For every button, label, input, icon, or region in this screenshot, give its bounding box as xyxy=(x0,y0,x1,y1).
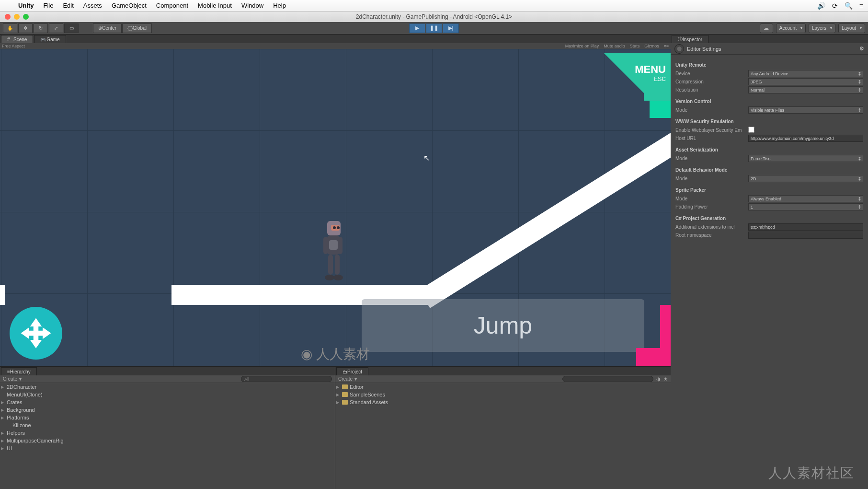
tab-scene[interactable]: #Scene xyxy=(1,35,33,43)
player-character xyxy=(319,221,347,283)
cloud-button[interactable]: ☁ xyxy=(760,23,773,33)
menu-component[interactable]: Component xyxy=(151,2,193,9)
prop-label: Enable Webplayer Security Em xyxy=(675,128,748,133)
favorite-icon[interactable]: ★ xyxy=(663,376,668,382)
game-viewport[interactable]: MENUESC Jump ↖ ◉ 人人素材 xyxy=(0,49,671,366)
menu-help[interactable]: Help xyxy=(268,2,291,9)
namespace-input[interactable] xyxy=(748,232,863,239)
play-button[interactable]: ▶ xyxy=(409,23,425,33)
zoom-icon[interactable] xyxy=(23,14,29,20)
menu-badge[interactable]: MENUESC xyxy=(604,53,671,115)
resolution-dropdown[interactable]: Normal‡ xyxy=(748,86,863,93)
prop-label: Resolution xyxy=(675,87,748,93)
menu-window[interactable]: Window xyxy=(237,2,268,9)
mac-menubar: Unity File Edit Assets GameObject Compon… xyxy=(0,0,868,12)
svg-point-10 xyxy=(325,275,334,280)
prop-label: Additional extensions to incl xyxy=(675,224,748,230)
tab-hierarchy[interactable]: ≡ Hierarchy xyxy=(1,367,37,375)
menu-icon[interactable]: ≡ xyxy=(859,2,863,10)
hierarchy-item[interactable]: ▶Platforms xyxy=(0,414,335,421)
section-header: Asset Serialization xyxy=(675,147,863,152)
svg-rect-6 xyxy=(323,237,328,254)
scale-tool[interactable]: ⤢ xyxy=(49,23,63,33)
watermark-center: ◉ 人人素材 xyxy=(301,345,370,363)
project-panel: 🗀 Project Create ▾ ◑ ★ ▶Editor ▶SampleSc… xyxy=(335,367,671,489)
obstacle-block xyxy=(636,348,671,366)
hierarchy-item[interactable]: ▶Crates xyxy=(0,398,335,406)
sprite-mode-dropdown[interactable]: Always Enabled‡ xyxy=(748,195,863,202)
mute-toggle[interactable]: Mute audio xyxy=(604,44,625,48)
rotate-tool[interactable]: ↻ xyxy=(34,23,48,33)
prop-label: Compression xyxy=(675,79,748,84)
behavior-mode-dropdown[interactable]: 2D‡ xyxy=(748,175,863,182)
options-icon[interactable]: ▾≡ xyxy=(664,44,669,48)
device-dropdown[interactable]: Any Android Device‡ xyxy=(748,70,863,77)
prop-label: Mode xyxy=(675,196,748,201)
svg-point-2 xyxy=(333,226,336,229)
tab-inspector[interactable]: ⓘ Inspector xyxy=(672,35,708,43)
jump-button[interactable]: Jump xyxy=(362,299,644,352)
extensions-input[interactable] xyxy=(748,223,863,231)
hierarchy-item[interactable]: Killzone xyxy=(0,421,335,429)
pause-button[interactable]: ❚❚ xyxy=(426,23,442,33)
webplayer-checkbox[interactable] xyxy=(748,127,754,133)
tab-project[interactable]: 🗀 Project xyxy=(336,367,368,375)
hierarchy-create[interactable]: Create ▾ xyxy=(3,376,22,382)
unity-toolbar: ✋ ✥ ↻ ⤢ ▭ ⊕ Center ◯ Global ▶ ❚❚ ▶| ☁ Ac… xyxy=(0,22,868,35)
section-header: Version Control xyxy=(675,99,863,104)
section-header: Sprite Packer xyxy=(675,187,863,193)
project-search[interactable] xyxy=(562,376,653,382)
virtual-joystick[interactable] xyxy=(10,307,62,360)
hierarchy-panel: ≡ Hierarchy Create ▾ ▶2DCharacter MenuUI… xyxy=(0,367,335,489)
compression-dropdown[interactable]: JPEG‡ xyxy=(748,78,863,85)
hierarchy-item[interactable]: ▶UI xyxy=(0,444,335,452)
asset-mode-dropdown[interactable]: Force Text‡ xyxy=(748,155,863,162)
account-dropdown[interactable]: Account▾ xyxy=(776,23,806,33)
obstacle-block xyxy=(660,305,671,349)
hierarchy-item[interactable]: ▶Helpers xyxy=(0,429,335,437)
hosturl-input[interactable] xyxy=(748,135,863,142)
section-header: WWW Security Emulation xyxy=(675,119,863,124)
project-item[interactable]: ▶SampleScenes xyxy=(335,391,671,398)
rect-tool[interactable]: ▭ xyxy=(64,23,79,33)
layout-dropdown[interactable]: Layout▾ xyxy=(838,23,865,33)
close-icon[interactable] xyxy=(5,14,11,20)
inspector-title: Editor Settings xyxy=(687,46,721,52)
hierarchy-item[interactable]: ▶Background xyxy=(0,406,335,414)
menu-file[interactable]: File xyxy=(39,2,58,9)
project-create[interactable]: Create ▾ xyxy=(338,376,357,382)
sync-icon[interactable]: ⟳ xyxy=(832,2,838,10)
project-item[interactable]: ▶Editor xyxy=(335,383,671,391)
hierarchy-item[interactable]: MenuUI(Clone) xyxy=(0,391,335,398)
volume-icon[interactable]: 🔊 xyxy=(817,2,825,10)
maximize-toggle[interactable]: Maximize on Play xyxy=(565,44,599,48)
padding-dropdown[interactable]: 1‡ xyxy=(748,203,863,210)
move-tool[interactable]: ✥ xyxy=(18,23,33,33)
gizmos-toggle[interactable]: Gizmos xyxy=(644,44,659,48)
menu-assets[interactable]: Assets xyxy=(79,2,107,9)
menu-edit[interactable]: Edit xyxy=(58,2,78,9)
hand-tool[interactable]: ✋ xyxy=(3,23,17,33)
hierarchy-item[interactable]: ▶MultipurposeCameraRig xyxy=(0,437,335,444)
aspect-dropdown[interactable]: Free Aspect xyxy=(2,44,25,48)
pivot-center[interactable]: ⊕ Center xyxy=(93,23,122,33)
project-item[interactable]: ▶Standard Assets xyxy=(335,398,671,406)
step-button[interactable]: ▶| xyxy=(443,23,459,33)
menu-app[interactable]: Unity xyxy=(13,2,39,9)
pivot-global[interactable]: ◯ Global xyxy=(122,23,152,33)
layers-dropdown[interactable]: Layers▾ xyxy=(809,23,835,33)
svg-rect-9 xyxy=(335,255,340,275)
spotlight-icon[interactable]: 🔍 xyxy=(845,2,853,10)
tab-game[interactable]: 🎮Game xyxy=(34,35,66,43)
menu-mobileinput[interactable]: Mobile Input xyxy=(193,2,237,9)
inspector-menu-icon[interactable]: ⚙ xyxy=(859,46,864,52)
hierarchy-item[interactable]: ▶2DCharacter xyxy=(0,383,335,391)
vc-mode-dropdown[interactable]: Visible Meta Files‡ xyxy=(748,106,863,114)
inspector-panel: ⓘ Inspector Editor Settings ⚙ Unity Remo… xyxy=(671,35,868,489)
stats-toggle[interactable]: Stats xyxy=(630,44,640,48)
svg-rect-5 xyxy=(329,240,338,250)
menu-gameobject[interactable]: GameObject xyxy=(107,2,151,9)
filter-icon[interactable]: ◑ xyxy=(656,376,661,382)
minimize-icon[interactable] xyxy=(14,14,20,20)
hierarchy-search[interactable] xyxy=(241,376,332,382)
